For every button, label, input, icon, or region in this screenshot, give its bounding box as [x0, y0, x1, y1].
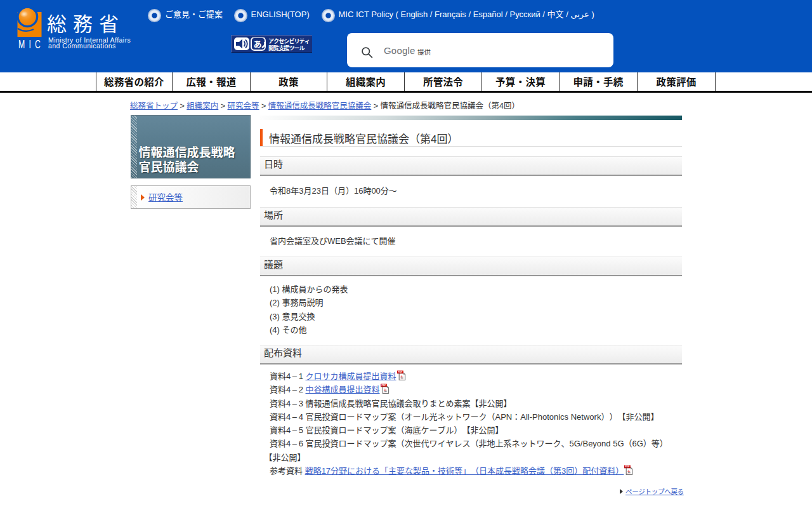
svg-text:PDF: PDF — [398, 371, 402, 373]
svg-text:PDF: PDF — [625, 465, 630, 468]
svg-text:あ: あ — [253, 37, 261, 50]
svg-text:PDF: PDF — [381, 384, 386, 387]
